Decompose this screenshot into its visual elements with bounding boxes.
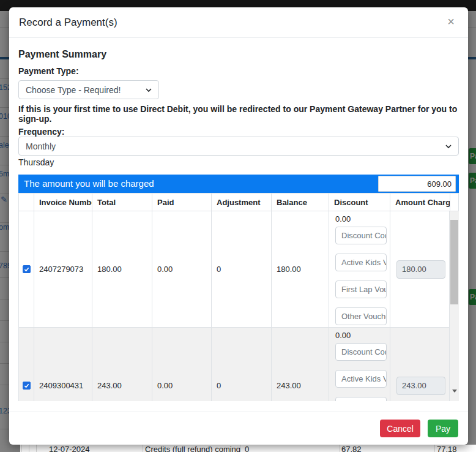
header-discount: Discount xyxy=(329,194,390,211)
pay-button[interactable]: Pay xyxy=(428,420,458,437)
charge-banner: The amount you will be charged xyxy=(18,175,459,193)
header-adjustment: Adjustment xyxy=(211,194,271,211)
background-table-row: 12-07-2024 Credits (full refund) coming … xyxy=(0,445,476,452)
cell-total: 180.00 xyxy=(92,211,152,327)
frequency-label: Frequency: xyxy=(18,127,64,137)
cell-adjustment: 0 xyxy=(211,328,271,401)
payment-summary-heading: Payment Summary xyxy=(18,49,106,60)
cell-paid: 0.00 xyxy=(152,211,211,327)
header-invoice-number: Invoice Number xyxy=(34,194,92,211)
cell-total: 243.00 xyxy=(92,328,152,401)
cell-invoice-number: 2409300431 xyxy=(34,328,92,401)
chevron-down-icon xyxy=(445,143,452,149)
modal-footer: Cancel Pay xyxy=(9,412,468,445)
scrollbar-thumb[interactable] xyxy=(450,220,458,304)
record-payment-modal: Record a Payment(s) × Payment Summary Pa… xyxy=(9,7,468,445)
header-checkbox-col xyxy=(18,194,34,211)
payment-type-value: Choose Type - Required! xyxy=(26,85,146,95)
check-icon xyxy=(24,383,29,388)
frequency-day: Thursday xyxy=(18,157,54,167)
cell-discount: 0.00 Discount Cod Active Kids Vo First L… xyxy=(329,211,390,327)
charge-banner-text: The amount you will be charged xyxy=(24,175,154,193)
header-total: Total xyxy=(92,194,152,211)
cell-paid: 0.00 xyxy=(152,328,211,401)
check-icon xyxy=(24,266,29,272)
amount-charge-input[interactable] xyxy=(396,260,445,279)
background-cell-balance: 77.18 xyxy=(437,445,457,452)
payment-type-label: Payment Type: xyxy=(18,66,79,76)
modal-header: Record a Payment(s) × xyxy=(9,7,468,38)
amount-charge-input[interactable] xyxy=(396,377,445,395)
discount-value: 0.00 xyxy=(335,214,390,224)
cell-invoice-number: 2407279073 xyxy=(34,211,92,327)
background-cell-description: Credits (full refund) coming xyxy=(145,445,240,452)
cell-discount: 0.00 Discount Cod Active Kids Vo First L… xyxy=(329,328,390,401)
discount-code-button[interactable]: Discount Cod xyxy=(335,227,387,244)
first-lap-voucher-button[interactable]: First Lap Vouc xyxy=(335,397,387,401)
invoice-row: 2409300431 243.00 0.00 0 243.00 0.00 Dis… xyxy=(18,328,450,401)
frequency-select[interactable]: Monthly xyxy=(18,137,459,156)
header-paid: Paid xyxy=(152,194,211,211)
discount-code-button[interactable]: Discount Cod xyxy=(335,343,387,361)
close-icon[interactable]: × xyxy=(447,15,455,28)
payment-type-select[interactable]: Choose Type - Required! xyxy=(18,80,159,99)
first-lap-voucher-button[interactable]: First Lap Vouc xyxy=(335,281,387,298)
charge-amount-input[interactable] xyxy=(378,176,456,192)
screen: 152 010 ale 5m ✎ om 789 123 Pay Pay Pay … xyxy=(0,0,476,452)
header-balance: Balance xyxy=(271,194,329,211)
active-kids-voucher-button[interactable]: Active Kids Vo xyxy=(335,370,387,388)
modal-title: Record a Payment(s) xyxy=(19,17,117,29)
scroll-up-icon[interactable] xyxy=(450,211,459,220)
row-checkbox[interactable] xyxy=(23,265,31,273)
background-cell-amount: 67.82 xyxy=(341,445,362,452)
invoice-table-body: 2407279073 180.00 0.00 0 180.00 0.00 Dis… xyxy=(18,211,459,401)
other-voucher-button[interactable]: Other Vouche xyxy=(335,307,387,325)
cell-amount-charge xyxy=(390,328,450,401)
row-checkbox[interactable] xyxy=(23,382,31,390)
cell-balance: 180.00 xyxy=(271,211,329,327)
cell-balance: 243.00 xyxy=(271,328,329,401)
table-scrollbar[interactable] xyxy=(450,211,459,401)
chevron-down-icon xyxy=(146,87,152,93)
invoice-table-header: Invoice Number Total Paid Adjustment Bal… xyxy=(18,193,459,211)
frequency-value: Monthly xyxy=(26,141,445,151)
discount-value: 0.00 xyxy=(335,331,390,341)
cancel-button[interactable]: Cancel xyxy=(380,420,420,437)
header-amount-charge: Amount Charge xyxy=(390,194,450,211)
scroll-down-icon[interactable] xyxy=(450,393,459,401)
active-kids-voucher-button[interactable]: Active Kids Vo xyxy=(335,254,387,271)
invoice-row: 2407279073 180.00 0.00 0 180.00 0.00 Dis… xyxy=(18,211,450,328)
cell-adjustment: 0 xyxy=(211,211,271,327)
background-cell-qty: 0 xyxy=(245,445,249,452)
direct-debit-note: If this is your first time to use Direct… xyxy=(18,104,458,124)
cell-amount-charge xyxy=(390,211,450,327)
background-cell-date: 12-07-2024 xyxy=(49,445,90,452)
